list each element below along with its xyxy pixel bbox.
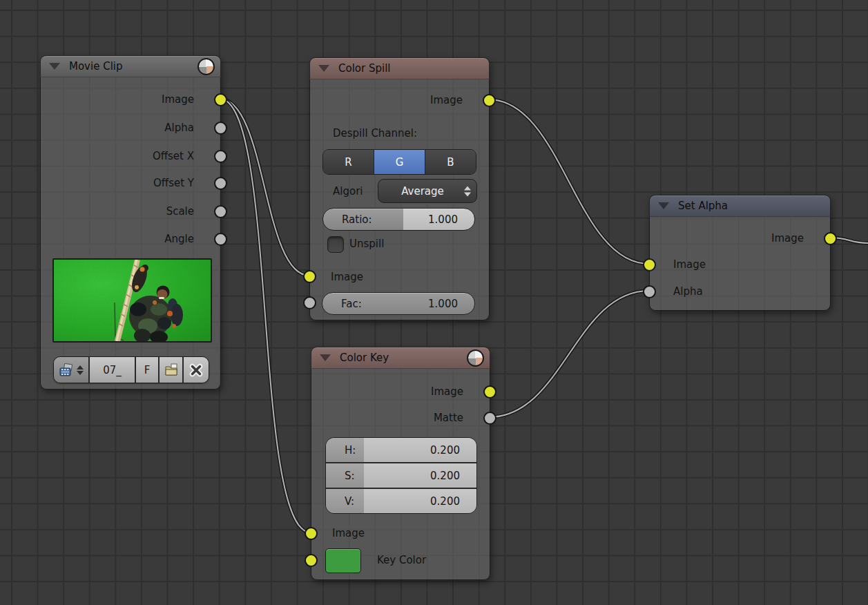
ratio-slider[interactable]: Ratio: 1.000	[322, 208, 475, 231]
fake-user-button[interactable]: F	[135, 357, 158, 383]
clip-browse-button[interactable]	[54, 357, 88, 383]
unspill-label: Unspill	[349, 236, 384, 251]
input-label: Image	[673, 257, 706, 272]
link-movieclip-to-colorkey[interactable]	[220, 99, 311, 532]
input-label: Alpha	[673, 284, 703, 299]
node-title: Color Spill	[338, 62, 390, 75]
color-key-header[interactable]: Color Key	[311, 347, 490, 369]
node-movie-clip: Movie Clip Image Alpha Offset X Offset Y…	[40, 55, 221, 390]
unspill-checkbox[interactable]	[327, 236, 344, 253]
node-title: Color Key	[340, 352, 389, 364]
clip-name-value: 07_	[103, 364, 122, 376]
v-slider[interactable]: V: 0.200	[326, 488, 476, 513]
input-label: Image	[331, 269, 363, 285]
film-clip-icon	[59, 363, 74, 377]
preview-sphere-icon	[467, 349, 484, 367]
collapse-triangle-icon[interactable]	[658, 202, 669, 209]
set-alpha-header[interactable]: Set Alpha	[649, 195, 831, 217]
algorithm-label: Algori	[333, 184, 363, 199]
preview-sphere-icon	[197, 58, 215, 75]
socket-alpha-output[interactable]	[214, 122, 227, 135]
input-label: Image	[332, 526, 365, 541]
output-label: Image	[431, 384, 463, 399]
id-browser-arrows-icon	[77, 365, 84, 375]
output-label: Alpha	[164, 120, 194, 135]
unlink-x-icon	[189, 363, 203, 377]
socket-key-color-input[interactable]	[305, 554, 318, 567]
node-color-key: Color Key Image Matte H: 0.200 S: 0.200 …	[311, 347, 490, 580]
socket-matte-output[interactable]	[483, 412, 496, 425]
node-editor-canvas[interactable]: Movie Clip Image Alpha Offset X Offset Y…	[0, 0, 868, 605]
output-label: Offset X	[153, 148, 194, 164]
collapse-triangle-icon[interactable]	[318, 65, 329, 72]
clip-name-field[interactable]: 07_	[88, 357, 135, 383]
output-label: Image	[430, 93, 463, 108]
s-slider[interactable]: S: 0.200	[326, 462, 476, 488]
movie-clip-header[interactable]: Movie Clip	[40, 55, 221, 77]
output-label: Matte	[434, 410, 463, 425]
output-label: Image	[162, 92, 194, 107]
link-movieclip-to-colorspill[interactable]	[220, 99, 309, 276]
channel-g-button[interactable]: G	[374, 150, 425, 174]
key-color-label: Key Color	[377, 553, 426, 568]
despill-channel-buttons: R G B	[322, 149, 476, 175]
despill-channel-label: Despill Channel:	[333, 126, 417, 141]
output-label: Offset Y	[153, 175, 194, 191]
socket-image-output[interactable]	[824, 232, 837, 245]
node-title: Movie Clip	[69, 60, 123, 73]
output-label: Angle	[164, 231, 194, 247]
node-title: Set Alpha	[678, 200, 728, 212]
algorithm-value: Average	[401, 185, 444, 198]
open-file-icon	[164, 363, 178, 376]
color-spill-header[interactable]: Color Spill	[309, 57, 490, 79]
socket-image-input[interactable]	[643, 258, 656, 271]
algorithm-dropdown[interactable]: Average	[378, 179, 477, 203]
open-file-button[interactable]	[158, 357, 182, 383]
output-label: Image	[771, 231, 804, 246]
h-slider[interactable]: H: 0.200	[326, 438, 476, 462]
output-label: Scale	[166, 204, 194, 219]
node-color-spill: Color Spill Image Despill Channel: R G B…	[309, 57, 490, 320]
clip-preview-image	[52, 258, 212, 343]
fac-slider[interactable]: Fac: 1.000	[322, 292, 475, 315]
socket-image-output[interactable]	[483, 385, 496, 398]
link-colorspill-to-setalpha[interactable]	[488, 99, 649, 264]
socket-angle-output[interactable]	[214, 233, 227, 246]
socket-offset-y-output[interactable]	[214, 177, 227, 190]
key-color-swatch[interactable]	[325, 548, 361, 573]
socket-image-input[interactable]	[305, 527, 318, 540]
socket-image-output[interactable]	[483, 94, 496, 107]
channel-b-button[interactable]: B	[425, 150, 476, 174]
clip-id-browser: 07_ F	[53, 356, 209, 383]
channel-r-button[interactable]: R	[323, 150, 374, 174]
socket-offset-x-output[interactable]	[214, 150, 227, 163]
link-colorkey-matte-to-setalpha-alpha[interactable]	[489, 291, 649, 417]
socket-scale-output[interactable]	[214, 205, 227, 218]
collapse-triangle-icon[interactable]	[320, 354, 331, 361]
node-set-alpha: Set Alpha Image Image Alpha	[649, 195, 831, 311]
collapse-triangle-icon[interactable]	[49, 63, 60, 70]
unlink-button[interactable]	[182, 357, 209, 383]
socket-image-input[interactable]	[303, 270, 316, 283]
socket-fac-input[interactable]	[303, 296, 316, 309]
socket-image-output[interactable]	[214, 93, 227, 106]
socket-alpha-input[interactable]	[643, 285, 656, 298]
dropdown-arrows-icon	[464, 186, 471, 196]
hsv-sliders: H: 0.200 S: 0.200 V: 0.200	[325, 437, 477, 514]
